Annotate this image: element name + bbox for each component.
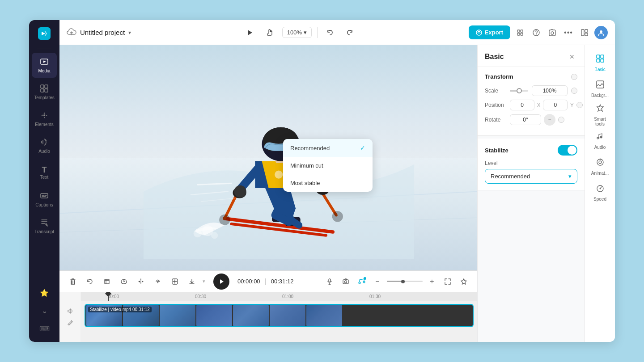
sidebar-item-elements[interactable]: Elements (32, 106, 57, 131)
svg-point-6 (43, 114, 45, 116)
restore-button[interactable] (84, 275, 96, 288)
main-area: Untitled project ▾ 100% ▾ (59, 20, 615, 342)
play-button[interactable] (213, 274, 229, 290)
right-bar-speed[interactable]: Speed (588, 180, 613, 205)
position-inputs: 0 X 0 Y (510, 100, 583, 110)
hand-tool-button[interactable] (263, 25, 277, 40)
dropdown-item-minimum-cut[interactable]: Minimum cut (283, 157, 373, 174)
rotate-value-input[interactable]: 0° (510, 114, 541, 125)
collapse-button[interactable]: ⌄ (36, 303, 52, 319)
rotate-decrement-button[interactable]: − (544, 114, 555, 126)
tip-button[interactable] (458, 275, 470, 288)
track-label: Stabilize | video.mp4 00:31:12 (88, 307, 152, 312)
transform-reset-button[interactable] (571, 74, 577, 80)
svg-rect-46 (597, 59, 600, 62)
right-bar-audio[interactable]: Audio (588, 128, 613, 153)
cloud-save-button[interactable] (67, 27, 76, 38)
microphone-button[interactable] (323, 275, 336, 288)
position-reset-button[interactable] (576, 102, 583, 108)
snapshots-button[interactable] (546, 26, 559, 39)
time-mark-2: 01:00 (282, 294, 293, 299)
sidebar-item-templates[interactable]: Templates (32, 80, 57, 105)
smart-tools-label: Smarttools (594, 117, 606, 126)
stabilize-toggle[interactable] (558, 145, 577, 156)
zoom-control[interactable]: 100% ▾ (282, 27, 312, 38)
svg-point-55 (599, 188, 601, 189)
playhead[interactable] (108, 292, 109, 301)
dropdown-item-most-stable[interactable]: Most stable (283, 174, 373, 192)
zoom-slider[interactable] (387, 281, 423, 282)
scale-slider[interactable] (510, 90, 528, 92)
text-icon: T (42, 166, 47, 174)
position-y-input[interactable]: 0 (543, 100, 568, 110)
right-bar-animate[interactable]: Animat... (588, 154, 613, 179)
dropdown-item-recommended[interactable]: Recommended ✓ (283, 139, 373, 157)
music-button[interactable] (356, 275, 368, 288)
download-button[interactable] (186, 275, 198, 288)
undo-button[interactable] (323, 25, 337, 40)
zoom-out-button[interactable]: − (372, 276, 383, 287)
svg-rect-36 (105, 279, 109, 284)
star-button[interactable]: ⭐ (36, 285, 52, 301)
elements-label: Elements (35, 122, 54, 127)
track-thumb-4 (196, 305, 232, 326)
zoom-in-button[interactable]: + (426, 276, 438, 287)
play-mode-button[interactable] (243, 25, 257, 40)
more-options-button[interactable]: ••• (562, 26, 575, 39)
basic-label: Basic (594, 67, 605, 72)
level-dropdown[interactable]: Recommended ▾ (485, 169, 577, 184)
svg-point-24 (219, 215, 230, 225)
sidebar-item-transcript[interactable]: Transcript (32, 214, 57, 239)
user-avatar[interactable] (594, 26, 608, 39)
panel-title: Basic (485, 53, 504, 61)
scale-reset-button[interactable] (571, 88, 577, 94)
time-ruler: 00:00 00:30 01:00 01:30 (81, 292, 477, 301)
edit-track-icon[interactable] (67, 319, 73, 327)
panel-close-button[interactable]: ✕ (567, 51, 577, 62)
fullscreen-button[interactable] (441, 275, 454, 288)
project-name[interactable]: Untitled project (80, 29, 125, 36)
export-button[interactable]: Export (469, 25, 510, 39)
svg-rect-39 (329, 279, 330, 282)
timeline-track-area: 00:00 00:30 01:00 01:30 Stabilize (59, 292, 477, 342)
position-x-input[interactable]: 0 (510, 100, 534, 110)
top-bar-right: Export (469, 25, 608, 39)
sidebar-item-media[interactable]: Media (32, 53, 57, 78)
content-area: Recommended ✓ Minimum cut Most stable (59, 45, 615, 342)
rotate-reset-button[interactable] (558, 117, 564, 123)
camera-button[interactable] (339, 275, 352, 288)
svg-point-33 (211, 232, 218, 239)
redo-button[interactable] (343, 25, 357, 40)
help-button[interactable] (530, 26, 542, 39)
speed-button[interactable] (118, 275, 130, 288)
export-settings-button[interactable] (514, 26, 526, 39)
layout-toggle-button[interactable] (578, 26, 591, 39)
stabilize-row: Stabilize (485, 145, 577, 156)
scale-value[interactable]: 100% (532, 85, 568, 96)
svg-rect-20 (585, 33, 588, 36)
sidebar-item-audio[interactable]: Audio (32, 133, 57, 158)
transcript-label: Transcript (34, 230, 54, 234)
keyboard-button[interactable]: ⌨ (36, 320, 52, 337)
add-to-timeline-button[interactable] (169, 275, 181, 288)
project-dropdown-icon[interactable]: ▾ (128, 29, 131, 36)
media-label: Media (38, 69, 50, 73)
delete-clip-button[interactable] (67, 275, 79, 288)
crop-button[interactable] (101, 275, 113, 288)
right-bar-background[interactable]: Backgr... (588, 76, 613, 101)
audio-split-button[interactable] (152, 275, 164, 288)
video-track: Stabilize | video.mp4 00:31:12 (85, 304, 474, 327)
captions-label: Captions (35, 203, 53, 207)
sidebar-item-captions[interactable]: Captions (32, 187, 57, 212)
transcript-icon (40, 218, 49, 228)
right-bar-basic[interactable]: Basic (588, 51, 613, 76)
right-audio-label: Audio (594, 145, 606, 150)
split-button[interactable] (135, 275, 147, 288)
volume-icon[interactable] (67, 308, 73, 316)
sidebar-item-text[interactable]: T Text (32, 160, 57, 185)
animate-icon (596, 158, 605, 169)
text-label: Text (40, 175, 48, 180)
track-thumb-6 (270, 305, 305, 326)
right-bar-smart-tools[interactable]: Smarttools (588, 102, 613, 127)
properties-panel: Basic ✕ Transform Scale (477, 45, 585, 342)
